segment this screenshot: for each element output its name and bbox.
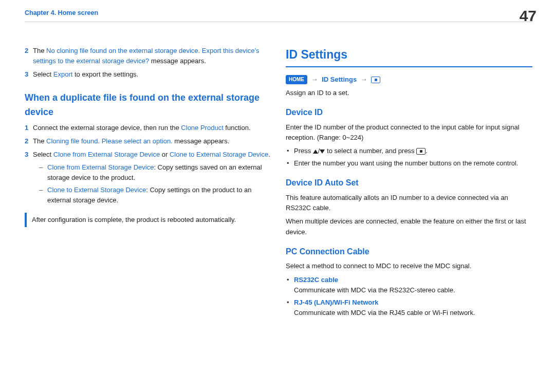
right-column: ID Settings HOME → ID Settings → Assign … — [286, 46, 532, 320]
auto-desc-1: This feature automatically allots an ID … — [286, 193, 532, 213]
step-2: 2 The No cloning file found on the exter… — [25, 46, 271, 66]
pc-cable-heading: PC Connection Cable — [286, 246, 532, 258]
option-title: RJ-45 (LAN)/Wi-Fi Network — [294, 297, 532, 308]
step-number: 2 — [25, 136, 28, 146]
text: Press — [294, 147, 313, 155]
text: . — [425, 147, 428, 155]
clone-product-link: Clone Product — [181, 124, 223, 132]
heading-underline — [286, 66, 532, 67]
option-title: RS232C cable — [294, 275, 532, 285]
nav-path: HOME → ID Settings → — [286, 74, 532, 85]
device-id-heading: Device ID — [286, 106, 532, 119]
step-3: 3 Select Export to export the settings. — [25, 69, 271, 80]
page-number: 47 — [520, 7, 536, 25]
sub-option-to: Clone to External Storage Device: Copy s… — [47, 185, 271, 206]
text: function. — [224, 124, 251, 132]
path-id-settings: ID Settings — [322, 76, 357, 83]
home-badge: HOME — [286, 75, 307, 84]
duplicate-file-heading: When a duplicate file is found on the ex… — [25, 91, 271, 120]
text: Connect the external storage device, the… — [33, 124, 181, 132]
step-number: 3 — [25, 69, 28, 80]
message-link: No cloning file found on the external st… — [33, 47, 259, 65]
clone-to-link: Clone to External Storage Device — [170, 151, 268, 158]
device-id-step-1: Press / to select a number, and press . — [294, 146, 532, 156]
text: message appears. — [149, 57, 206, 65]
text: Select — [33, 70, 53, 78]
device-id-auto-heading: Device ID Auto Set — [286, 177, 532, 190]
arrow-icon: → — [359, 76, 369, 83]
option-title: Clone from External Storage Device — [47, 163, 154, 171]
auto-desc-2: When multiple devices are connected, ena… — [286, 216, 532, 237]
steps-duplicate: 1 Connect the external storage device, t… — [25, 123, 271, 206]
message-link: Cloning file found. Please select an opt… — [46, 137, 173, 145]
step-3: 3 Select Clone from External Storage Dev… — [25, 150, 271, 206]
enter-icon — [416, 148, 425, 155]
intro-text: Assign an ID to a set. — [286, 88, 532, 98]
step-number: 1 — [25, 123, 28, 133]
option-title: Clone to External Storage Device — [47, 186, 146, 194]
option-rs232c: RS232C cable Communicate with MDC via th… — [294, 275, 532, 295]
device-id-step-2: Enter the number you want using the numb… — [294, 158, 532, 169]
note-text: After configuration is complete, the pro… — [32, 213, 236, 227]
text: to export the settings. — [72, 70, 138, 78]
divider — [25, 22, 532, 22]
pc-cable-options: RS232C cable Communicate with MDC via th… — [286, 275, 532, 319]
enter-icon — [371, 77, 380, 83]
option-desc: Communicate with MDC via the RJ45 cable … — [294, 308, 532, 318]
text: message appears. — [173, 137, 230, 145]
chapter-label: Chapter 4. Home screen — [25, 9, 532, 16]
step-2: 2 The Cloning file found. Please select … — [25, 136, 271, 146]
id-settings-heading: ID Settings — [286, 46, 532, 64]
arrow-icon: → — [309, 76, 320, 83]
left-column: 2 The No cloning file found on the exter… — [25, 46, 271, 320]
text: or — [160, 151, 170, 158]
option-desc: Communicate with MDC via the RS232C-ster… — [294, 285, 532, 295]
step-number: 2 — [25, 46, 28, 56]
clone-from-link: Clone from External Storage Device — [53, 151, 160, 158]
sub-option-from: Clone from External Storage Device: Copy… — [47, 162, 271, 183]
steps-continued: 2 The No cloning file found on the exter… — [25, 46, 271, 80]
note-bar — [25, 213, 27, 227]
text: to select a number, and press — [325, 147, 416, 155]
text: The — [33, 47, 46, 54]
text: The — [33, 137, 46, 145]
step-1: 1 Connect the external storage device, t… — [25, 123, 271, 133]
option-rj45: RJ-45 (LAN)/Wi-Fi Network Communicate wi… — [294, 297, 532, 318]
device-id-desc: Enter the ID number of the product conne… — [286, 122, 532, 143]
up-arrow-icon — [313, 150, 318, 154]
sub-options: Clone from External Storage Device: Copy… — [33, 162, 271, 206]
text: . — [268, 151, 270, 158]
step-number: 3 — [25, 150, 28, 160]
down-arrow-icon — [320, 150, 325, 154]
columns: 2 The No cloning file found on the exter… — [25, 46, 532, 320]
pc-cable-desc: Select a method to connect to MDC to rec… — [286, 261, 532, 271]
export-link: Export — [53, 70, 73, 78]
text: Select — [33, 151, 53, 158]
page: Chapter 4. Home screen 47 2 The No cloni… — [0, 0, 555, 392]
note-box: After configuration is complete, the pro… — [25, 213, 271, 227]
device-id-steps: Press / to select a number, and press . … — [286, 146, 532, 169]
